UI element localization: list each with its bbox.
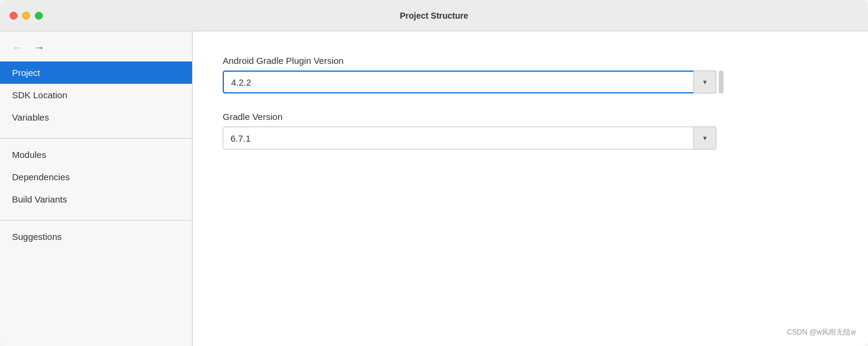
- gradle-version-wrapper: ▾: [223, 127, 716, 149]
- gradle-dropdown-arrow-icon: ▾: [703, 134, 707, 142]
- watermark-text: CSDN @w风雨无阻w: [787, 328, 856, 336]
- sidebar-item-suggestions[interactable]: Suggestions: [0, 225, 192, 248]
- nav-controls: ← →: [0, 37, 192, 61]
- plugin-version-label: Android Gradle Plugin Version: [223, 55, 838, 66]
- sidebar-item-variables-label: Variables: [12, 112, 49, 122]
- sidebar-item-variables[interactable]: Variables: [0, 106, 192, 128]
- gradle-version-input[interactable]: [223, 127, 716, 149]
- dropdown-arrow-icon: ▾: [703, 78, 707, 86]
- watermark: CSDN @w风雨无阻w: [787, 327, 856, 338]
- title-bar: Project Structure: [0, 0, 868, 31]
- project-structure-window: Project Structure ← → Project SDK Locati…: [0, 0, 868, 346]
- sidebar-divider-1: [0, 138, 192, 139]
- sidebar-item-build-variants-label: Build Variants: [12, 194, 67, 204]
- sidebar-item-build-variants[interactable]: Build Variants: [0, 188, 192, 210]
- minimize-button[interactable]: [22, 11, 30, 19]
- sidebar-item-sdk-location[interactable]: SDK Location: [0, 84, 192, 106]
- sidebar-item-modules-label: Modules: [12, 149, 46, 160]
- sidebar-item-dependencies[interactable]: Dependencies: [0, 166, 192, 188]
- sidebar-item-project[interactable]: Project: [0, 61, 192, 84]
- scrollbar-indicator: [719, 71, 724, 93]
- sidebar-item-dependencies-label: Dependencies: [12, 172, 70, 182]
- sidebar-group-middle: Modules Dependencies Build Variants: [0, 143, 192, 210]
- maximize-button[interactable]: [35, 11, 43, 19]
- forward-button[interactable]: →: [31, 42, 47, 53]
- content-area: ← → Project SDK Location Variables Modul…: [0, 31, 868, 346]
- gradle-version-dropdown-button[interactable]: ▾: [693, 127, 716, 149]
- plugin-version-dropdown-container: ▾: [223, 71, 838, 93]
- main-content: Android Gradle Plugin Version ▾ Gradle V…: [193, 31, 868, 346]
- plugin-version-dropdown-button[interactable]: ▾: [693, 71, 716, 93]
- back-button[interactable]: ←: [10, 42, 25, 53]
- sidebar-item-project-label: Project: [12, 68, 40, 78]
- sidebar: ← → Project SDK Location Variables Modul…: [0, 31, 193, 346]
- gradle-version-dropdown-container: ▾: [223, 127, 838, 149]
- plugin-version-section: Android Gradle Plugin Version ▾: [223, 55, 838, 93]
- gradle-version-label: Gradle Version: [223, 112, 838, 122]
- sidebar-group-bottom: Suggestions: [0, 225, 192, 248]
- sidebar-divider-2: [0, 220, 192, 221]
- sidebar-item-sdk-location-label: SDK Location: [12, 90, 67, 100]
- plugin-version-wrapper: ▾: [223, 71, 716, 93]
- plugin-version-input[interactable]: [223, 71, 716, 93]
- close-button[interactable]: [10, 11, 17, 19]
- sidebar-item-modules[interactable]: Modules: [0, 143, 192, 166]
- sidebar-item-suggestions-label: Suggestions: [12, 231, 62, 242]
- traffic-lights: [10, 11, 43, 19]
- sidebar-group-top: Project SDK Location Variables: [0, 61, 192, 128]
- gradle-version-section: Gradle Version ▾: [223, 112, 838, 149]
- window-title: Project Structure: [400, 11, 468, 20]
